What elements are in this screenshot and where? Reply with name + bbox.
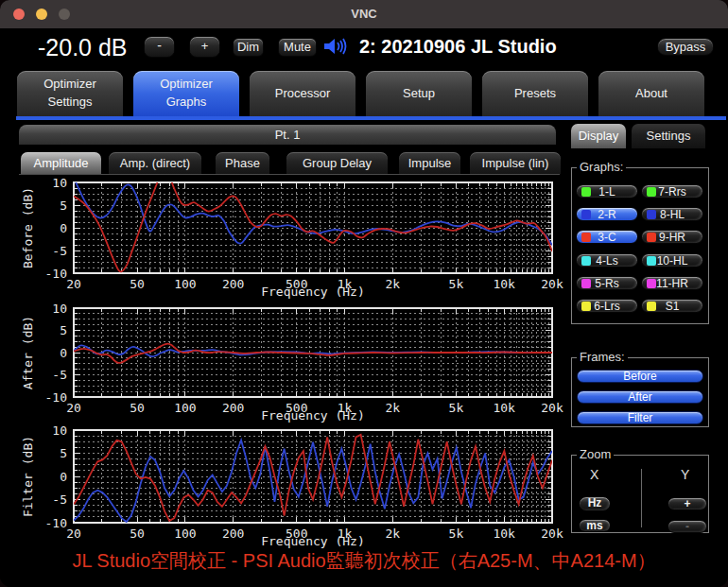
svg-text:50: 50 — [130, 401, 145, 415]
svg-text:10k: 10k — [493, 277, 515, 291]
svg-text:200: 200 — [222, 527, 244, 541]
filter-chart: 1050-5-1020501002005001k2k5k10k20kFreque… — [21, 423, 563, 549]
svg-text:10: 10 — [52, 423, 67, 438]
volume-plus-button[interactable]: + — [189, 36, 220, 58]
svg-text:10: 10 — [52, 302, 67, 316]
x-axis-label: Frequency (Hz) — [261, 285, 365, 299]
window-title: VNC — [0, 0, 728, 28]
graph-button-8-HL[interactable]: 8-HL — [641, 207, 703, 221]
graph-button-2-R[interactable]: 2-R — [576, 207, 638, 221]
tab-optimizer-graphs[interactable]: Optimizer Graphs — [133, 71, 239, 116]
channel-color-swatch — [581, 210, 591, 219]
volume-minus-button[interactable]: - — [144, 36, 175, 58]
svg-text:50: 50 — [130, 277, 145, 291]
svg-text:-10: -10 — [45, 267, 67, 281]
graphs-group-legend: Graphs: — [577, 160, 626, 174]
svg-text:-5: -5 — [52, 244, 67, 258]
svg-text:-10: -10 — [45, 516, 67, 530]
svg-text:20: 20 — [66, 277, 81, 291]
caption-text: JL Studio空間校正 - PSI Audio監聽初次校正（右A25-M、中… — [0, 548, 728, 574]
channel-color-swatch — [647, 302, 656, 311]
svg-text:20: 20 — [66, 401, 81, 415]
svg-text:5k: 5k — [449, 527, 464, 541]
main-tab-bar: Optimizer Settings Optimizer Graphs Proc… — [0, 64, 728, 116]
channel-color-swatch — [647, 256, 656, 266]
channel-color-swatch — [581, 187, 591, 197]
tab-display[interactable]: Display — [571, 124, 626, 148]
zoom-y-label: Y — [681, 467, 689, 482]
svg-text:5k: 5k — [449, 277, 464, 291]
after-chart: 1050-5-1020501002005001k2k5k10k20kFreque… — [21, 302, 563, 423]
svg-text:10k: 10k — [493, 527, 515, 541]
svg-text:100: 100 — [174, 527, 196, 541]
graph-button-10-HL[interactable]: 10-HL — [641, 253, 703, 268]
before-frame-button[interactable]: Before — [577, 370, 703, 383]
zoom-ms-button[interactable]: ms — [579, 519, 611, 532]
zoom-hz-button[interactable]: Hz — [579, 496, 611, 511]
svg-text:20k: 20k — [541, 401, 563, 415]
filter-frame-button[interactable]: Filter — [577, 411, 703, 424]
topbar: -20.0 dB - + Dim Mute 2: 20210906 JL Stu… — [0, 28, 728, 64]
frames-group-legend: Frames: — [577, 350, 628, 364]
svg-text:100: 100 — [174, 401, 196, 415]
zoom-y-plus-button[interactable]: + — [667, 497, 707, 510]
graph-button-5-Rs[interactable]: 5-Rs — [576, 276, 638, 290]
graph-button-6-Lrs[interactable]: 6-Lrs — [576, 299, 638, 313]
mute-button[interactable]: Mute — [278, 38, 317, 57]
graph-button-3-C[interactable]: 3-C — [576, 230, 638, 244]
series-2-R — [74, 440, 552, 522]
y-axis-label: Filter (dB) — [21, 436, 35, 517]
graph-button-S1[interactable]: S1 — [641, 299, 703, 313]
dim-button[interactable]: Dim — [233, 38, 264, 57]
tab-optimizer-settings[interactable]: Optimizer Settings — [17, 71, 123, 116]
graph-button-7-Rrs[interactable]: 7-Rrs — [641, 184, 703, 199]
channel-color-swatch — [581, 302, 591, 311]
preset-title: 2: 20210906 JL Studio — [359, 36, 557, 58]
tab-presets[interactable]: Presets — [482, 71, 588, 116]
svg-text:5: 5 — [60, 199, 67, 213]
titlebar: VNC — [0, 0, 728, 28]
channel-color-swatch — [647, 210, 656, 219]
svg-text:200: 200 — [222, 277, 244, 291]
volume-display: -20.0 dB — [38, 34, 128, 61]
graph-button-1-L[interactable]: 1-L — [576, 184, 638, 199]
channel-color-swatch — [581, 233, 591, 242]
bypass-button[interactable]: Bypass — [657, 38, 714, 56]
channel-color-swatch — [647, 279, 656, 288]
tab-settings[interactable]: Settings — [632, 124, 705, 148]
svg-text:100: 100 — [174, 277, 196, 291]
tab-about[interactable]: About — [598, 71, 704, 116]
svg-text:0: 0 — [60, 221, 67, 235]
svg-text:10k: 10k — [493, 401, 515, 415]
channel-color-swatch — [647, 187, 656, 197]
svg-text:20k: 20k — [541, 277, 563, 291]
svg-text:10: 10 — [52, 176, 67, 190]
svg-text:5: 5 — [60, 446, 67, 460]
after-frame-button[interactable]: After — [577, 390, 703, 404]
x-axis-label: Frequency (Hz) — [261, 534, 365, 548]
y-axis-label: After (dB) — [21, 316, 35, 389]
svg-text:5: 5 — [60, 323, 67, 337]
graph-button-9-HR[interactable]: 9-HR — [641, 230, 703, 244]
graphs-group: Graphs: 1-L 2-R 3-C 4-Ls 5-Rs 6-Lrs 7-Rr… — [571, 167, 709, 324]
y-axis-label: Before (dB) — [21, 187, 35, 268]
svg-text:0: 0 — [60, 470, 67, 484]
channel-color-swatch — [581, 279, 591, 288]
channel-color-swatch — [581, 256, 591, 266]
svg-text:20k: 20k — [541, 527, 563, 541]
zoom-y-minus-button[interactable]: - — [667, 520, 707, 533]
graph-button-4-Ls[interactable]: 4-Ls — [576, 253, 638, 268]
svg-text:-5: -5 — [52, 492, 67, 507]
svg-text:2k: 2k — [386, 401, 401, 415]
graph-button-11-HR[interactable]: 11-HR — [641, 276, 703, 290]
svg-text:2k: 2k — [386, 277, 401, 291]
speaker-icon — [323, 37, 349, 56]
channel-color-swatch — [647, 233, 656, 242]
svg-text:2k: 2k — [386, 527, 401, 541]
svg-text:0: 0 — [60, 346, 67, 360]
tab-processor[interactable]: Processor — [250, 71, 355, 116]
before-chart: 1050-5-1020501002005001k2k5k10k20kFreque… — [21, 173, 563, 299]
frames-group: Frames: Before After Filter — [571, 357, 709, 427]
vnc-window: VNC -20.0 dB - + Dim Mute 2: 20210906 JL… — [0, 0, 728, 587]
tab-setup[interactable]: Setup — [366, 71, 472, 116]
